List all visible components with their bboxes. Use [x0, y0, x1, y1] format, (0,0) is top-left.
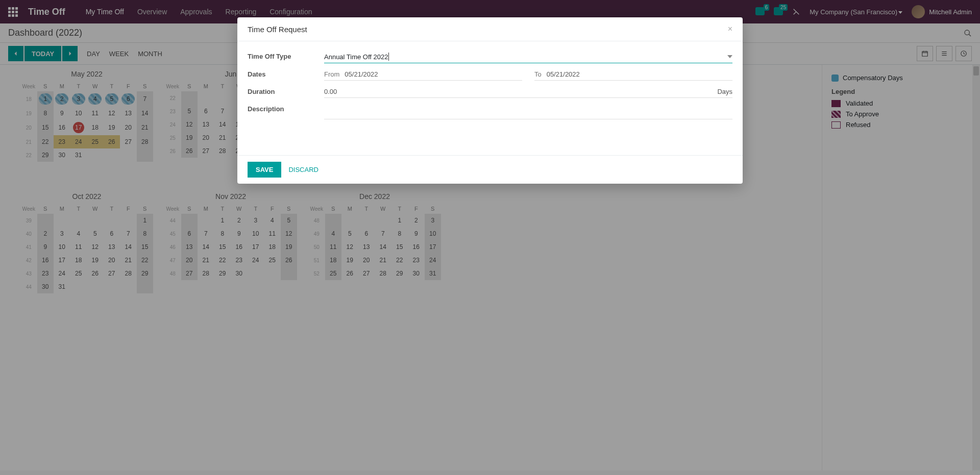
label-description: Description [248, 103, 324, 113]
discard-button[interactable]: DISCARD [288, 166, 318, 173]
text-cursor [388, 53, 389, 61]
label-dates: Dates [248, 68, 324, 78]
dropdown-icon[interactable] [727, 55, 732, 58]
label-from: From [324, 70, 339, 78]
type-value: Annual Time Off 2022 [324, 53, 388, 61]
row-dates: Dates From To [248, 68, 732, 81]
duration-unit: Days [717, 88, 732, 95]
label-duration: Duration [248, 86, 324, 95]
modal-title: Time Off Request [248, 25, 307, 34]
time-off-request-modal: Time Off Request × Time Off Type Annual … [237, 17, 743, 184]
modal-header: Time Off Request × [237, 17, 743, 41]
field-duration: Days [324, 86, 732, 98]
dates-group: From To [324, 68, 732, 81]
description-input[interactable] [324, 107, 732, 115]
row-duration: Duration Days [248, 86, 732, 98]
modal-footer: SAVE DISCARD [237, 155, 743, 184]
from-date-input[interactable] [345, 70, 522, 78]
duration-input[interactable] [324, 88, 692, 95]
field-type[interactable]: Annual Time Off 2022 [324, 51, 732, 63]
row-description: Description [248, 103, 732, 119]
save-button[interactable]: SAVE [248, 162, 281, 178]
to-date-input[interactable] [547, 70, 732, 78]
label-to: To [534, 70, 542, 78]
label-type: Time Off Type [248, 51, 324, 60]
row-type: Time Off Type Annual Time Off 2022 [248, 51, 732, 63]
field-description[interactable] [324, 103, 732, 119]
modal-body: Time Off Type Annual Time Off 2022 Dates… [237, 41, 743, 155]
close-button[interactable]: × [728, 24, 732, 34]
